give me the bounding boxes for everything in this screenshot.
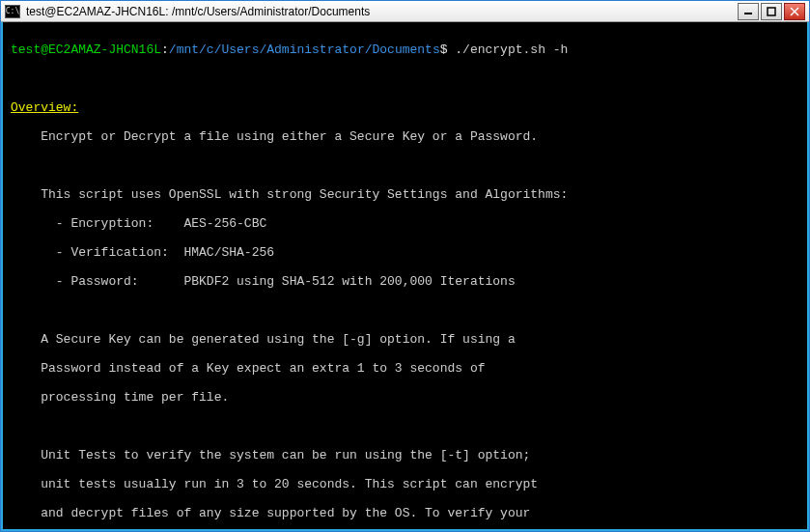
overview-heading: Overview: (11, 100, 78, 115)
titlebar[interactable]: C:\ test@EC2AMAZ-JHCN16L: /mnt/c/Users/A… (1, 1, 809, 22)
window-title: test@EC2AMAZ-JHCN16L: /mnt/c/Users/Admin… (26, 5, 738, 18)
maximize-button[interactable] (761, 3, 782, 20)
svg-rect-1 (768, 8, 775, 15)
app-icon: C:\ (5, 5, 20, 18)
maximize-icon (767, 7, 776, 16)
output-line: processing time per file. (11, 390, 799, 405)
output-line: - Verification: HMAC/SHA-256 (11, 245, 799, 260)
output-line (11, 419, 799, 434)
output-line: Password instead of a Key expect an extr… (11, 361, 799, 376)
terminal-body[interactable]: test@EC2AMAZ-JHCN16L:/mnt/c/Users/Admini… (1, 22, 809, 531)
minimize-icon (743, 7, 753, 16)
output-line: - Encryption: AES-256-CBC (11, 216, 799, 231)
output-line (11, 303, 799, 318)
prompt-path: /mnt/c/Users/Administrator/Documents (169, 42, 440, 57)
close-button[interactable] (784, 3, 805, 20)
prompt-line: test@EC2AMAZ-JHCN16L:/mnt/c/Users/Admini… (11, 42, 799, 57)
minimize-button[interactable] (738, 3, 759, 20)
window-controls (738, 3, 805, 20)
terminal-window: C:\ test@EC2AMAZ-JHCN16L: /mnt/c/Users/A… (0, 0, 810, 532)
prompt-command: ./encrypt.sh -h (448, 42, 569, 57)
output-line: This script uses OpenSSL with strong Sec… (11, 187, 799, 202)
section-header-overview: Overview: (11, 100, 799, 115)
prompt-user-host: test@EC2AMAZ-JHCN16L (11, 42, 161, 57)
close-icon (790, 7, 799, 16)
output-line (11, 158, 799, 173)
output-line: Encrypt or Decrypt a file using either a… (11, 129, 799, 144)
output-line: Unit Tests to verify the system can be r… (11, 448, 799, 462)
output-line: and decrypt files of any size supported … (11, 506, 799, 520)
output-line: unit tests usually run in 3 to 20 second… (11, 477, 799, 491)
prompt-sep: : (161, 42, 169, 57)
prompt-sigil: $ (440, 42, 448, 57)
output-line (11, 71, 799, 86)
output-line: - Password: PBKDF2 using SHA-512 with 20… (11, 274, 799, 289)
output-line: A Secure Key can be generated using the … (11, 332, 799, 347)
